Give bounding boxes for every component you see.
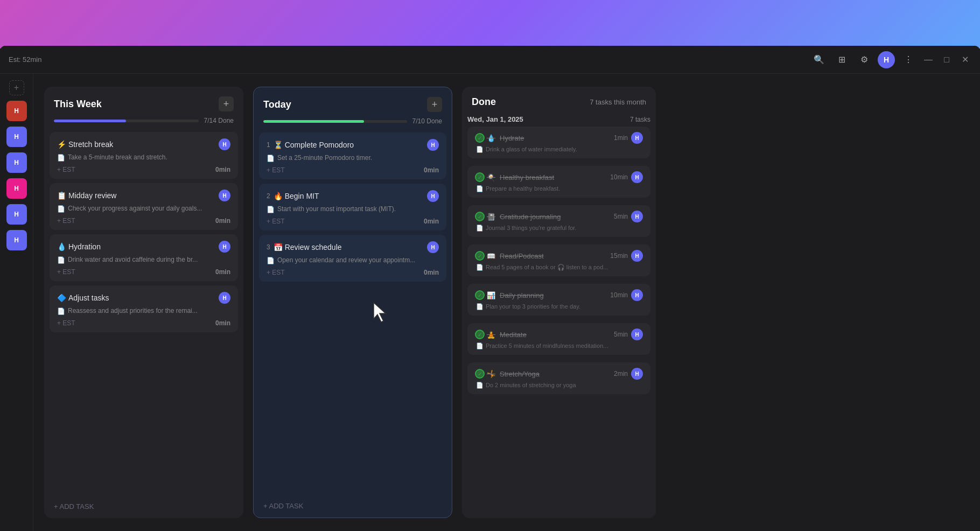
done-check-icon [475,212,485,221]
today-title: Today [263,99,291,110]
avatar: H [427,190,439,202]
sidebar-add-button[interactable]: + [9,80,24,95]
task-number: 3 [267,243,270,251]
done-check-icon [475,133,485,143]
today-add-button[interactable]: + [427,97,442,112]
task-footer: + EST 0min [57,166,230,173]
table-row[interactable]: 🧘Meditate 5min H 📄Practice 5 minutes of … [467,323,650,355]
search-button[interactable]: 🔍 [810,51,828,69]
done-task-title: 💧Hydrate [487,134,614,142]
table-row[interactable]: ⚡Stretch break H 📄 Take a 5-minute break… [50,132,238,179]
sidebar-item-6[interactable]: H [6,230,27,250]
task-est-link[interactable]: + EST [267,269,285,276]
task-est-link[interactable]: + EST [57,268,75,276]
task-title: 🔥Begin MIT [274,192,427,200]
table-row[interactable]: 📋Midday review H 📄 Check your progress a… [50,183,238,230]
done-task-header: 🍳Healthy breakfast 10min H [475,171,643,183]
sidebar-item-2[interactable]: H [6,127,27,147]
task-est-link[interactable]: + EST [57,217,75,225]
this-week-progress-bar-fill [54,120,126,122]
title-bar-left: Est: 52min [9,55,41,64]
today-header: Today + [254,87,452,117]
this-week-progress-label: 7/14 Done [204,117,234,124]
avatar: H [631,211,643,222]
today-tasks-list: 1 ⏳Complete Pomodoro H 📄 Set a 25-minute… [254,132,452,494]
task-footer: + EST 0min [57,217,230,225]
est-label: Est: 52min [9,55,41,64]
table-row[interactable]: 📖Read/Podcast 15min H 📄Read 5 pages of a… [467,244,650,276]
today-add-task-button[interactable]: + ADD TASK [254,494,452,518]
done-task-header: 🧘Meditate 5min H [475,329,643,340]
done-task-header: 📓Gratitude journaling 5min H [475,211,643,222]
avatar: H [427,241,439,253]
avatar-button[interactable]: H [878,51,895,68]
avatar: H [219,241,230,253]
sidebar-item-1[interactable]: H [6,101,27,121]
task-est-link[interactable]: + EST [267,166,285,174]
task-title: ⚡Stretch break [57,140,219,149]
done-task-desc: 📄Plan your top 3 priorities for the day. [476,303,643,310]
settings-button[interactable]: ⚙ [855,51,873,69]
task-desc: 📄 Start with your most important task (M… [267,205,439,213]
grid-button[interactable]: ⊞ [832,51,851,69]
done-task-desc: 📄Prepare a healthy breakfast. [476,185,643,192]
today-column: Today + 7/10 Done 1 ⏳Complete Pomodoro [253,87,452,518]
avatar: H [631,368,643,380]
done-check-icon [475,290,485,300]
app-window: Est: 52min 🔍 ⊞ ⚙ H ⋮ — □ ✕ + H H H H H H [0,46,980,531]
table-row[interactable]: 🔷Adjust tasks H 📄 Reassess and adjust pr… [50,285,238,332]
task-desc: 📄 Reassess and adjust priorities for the… [57,307,230,315]
table-row[interactable]: 💧Hydrate 1min H 📄Drink a glass of water … [467,127,650,158]
done-task-header: 💧Hydrate 1min H [475,132,643,144]
task-est-link[interactable]: + EST [267,218,285,225]
task-time: 0min [424,218,439,225]
minimize-button[interactable]: — [922,53,935,66]
table-row[interactable]: 2 🔥Begin MIT H 📄 Start with your most im… [259,184,446,230]
this-week-progress-row: 7/14 Done [44,117,243,132]
table-row[interactable]: 1 ⏳Complete Pomodoro H 📄 Set a 25-minute… [259,132,446,179]
avatar: H [631,329,643,340]
today-progress-bar-fill [263,120,364,123]
done-task-header: 📖Read/Podcast 15min H [475,250,643,262]
task-est-link[interactable]: + EST [57,319,75,327]
task-time: 0min [215,166,230,173]
today-progress-bar-bg [263,120,407,123]
window-controls: — □ ✕ [922,53,971,66]
task-header: 📋Midday review H [57,190,230,201]
done-date: Wed, Jan 1, 2025 [467,115,523,123]
task-header: 3 📅Review schedule H [267,241,439,253]
this-week-progress-bar-bg [54,120,199,122]
table-row[interactable]: 📊Daily planning 10min H 📄Plan your top 3… [467,284,650,316]
task-title: 📋Midday review [57,191,219,200]
sidebar-item-5[interactable]: H [6,204,27,225]
table-row[interactable]: 📓Gratitude journaling 5min H 📄Journal 3 … [467,205,650,237]
table-row[interactable]: 💧Hydration H 📄 Drink water and avoid caf… [50,234,238,281]
task-header: ⚡Stretch break H [57,138,230,150]
this-week-add-button[interactable]: + [219,96,234,111]
task-footer: + EST 0min [57,319,230,327]
task-time: 0min [215,268,230,276]
sidebar-item-3[interactable]: H [6,152,27,173]
maximize-button[interactable]: □ [940,53,953,66]
task-est-link[interactable]: + EST [57,166,75,173]
this-week-header: This Week + [44,87,243,117]
task-footer: + EST 0min [267,166,439,174]
table-row[interactable]: 3 📅Review schedule H 📄 Open your calenda… [259,235,446,282]
done-task-title: 📖Read/Podcast [487,252,610,260]
done-task-desc: 📄Journal 3 things you're grateful for. [476,225,643,232]
task-footer: + EST 0min [267,218,439,225]
done-task-desc: 📄Do 2 minutes of stretching or yoga [476,382,643,389]
done-check-icon [475,369,485,379]
done-time: 2min [614,370,628,378]
avatar: H [631,171,643,183]
table-row[interactable]: 🤸Stretch/Yoga 2min H 📄Do 2 minutes of st… [467,362,650,394]
done-check-icon [475,330,485,339]
done-task-header: 📊Daily planning 10min H [475,289,643,301]
sidebar-item-4[interactable]: H [6,178,27,199]
this-week-add-task-button[interactable]: + ADD TASK [44,495,243,518]
more-button[interactable]: ⋮ [899,51,918,69]
task-footer: + EST 0min [57,268,230,276]
table-row[interactable]: 🍳Healthy breakfast 10min H 📄Prepare a he… [467,166,650,198]
close-button[interactable]: ✕ [958,53,971,66]
done-check-icon [475,172,485,182]
